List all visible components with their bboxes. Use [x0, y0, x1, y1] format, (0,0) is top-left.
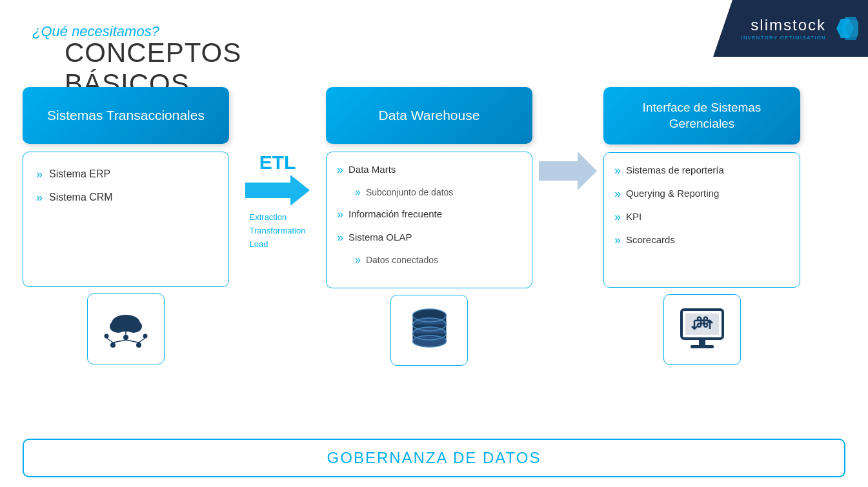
center-column-header: Data Warehouse [326, 87, 532, 144]
sub-item: » Subconjunto de datos [355, 187, 521, 198]
svg-rect-6 [117, 326, 134, 332]
right-column: Interface de Sistemas Gerenciales » Sist… [603, 87, 800, 365]
right-icon-box: ⌘ [663, 294, 741, 365]
svg-marker-29 [539, 152, 597, 190]
svg-point-11 [143, 333, 148, 338]
svg-point-8 [110, 343, 116, 348]
main-layout: Sistemas Transaccionales » Sistema ERP »… [23, 87, 845, 477]
left-column-header: Sistemas Transaccionales [23, 87, 229, 144]
svg-line-15 [106, 338, 113, 343]
list-item: » KPI [614, 211, 789, 224]
bullet-icon: » [614, 164, 621, 177]
etl-subtext: ExtractionTransformationLoad [250, 211, 306, 251]
etl-label-text: ETL [259, 152, 296, 173]
item-text: Datos conectados [366, 255, 438, 265]
etl-arrow-icon [245, 175, 310, 206]
bullet-icon: » [337, 163, 343, 177]
logo-name: slimstock [741, 16, 826, 34]
item-text: Sistemas de reportería [626, 164, 724, 175]
bullet-icon: » [36, 191, 43, 204]
svg-point-10 [105, 333, 109, 338]
center-column-content: » Data Marts » Subconjunto de datos » In… [326, 152, 532, 288]
center-icon-box [390, 295, 468, 366]
sub-item: » Datos conectados [355, 255, 521, 266]
list-item: » Data Marts [337, 164, 521, 177]
svg-line-16 [139, 338, 145, 343]
item-text: Sistema OLAP [348, 232, 412, 243]
list-item: » Sistemas de reportería [614, 164, 789, 177]
logo-diamond-icon [831, 16, 858, 41]
svg-rect-34 [691, 345, 714, 348]
item-text: Subconjunto de datos [366, 187, 453, 197]
item-text: Sistema CRM [49, 192, 113, 203]
list-item: » Sistema OLAP [337, 232, 521, 244]
item-text: Querying & Reporting [626, 188, 719, 199]
database-icon [409, 306, 450, 355]
logo-area: slimstock INVENTORY OPTIMISATION [713, 0, 868, 57]
bullet-icon: » [355, 254, 361, 266]
etl-arrow-group: ETL ExtractionTransformationLoad [245, 152, 310, 251]
right-column-header: Interface de Sistemas Gerenciales [603, 87, 800, 144]
list-item: » Sistema CRM [36, 192, 216, 204]
bullet-icon: » [355, 186, 361, 198]
etl-connector: ETL ExtractionTransformationLoad [229, 87, 326, 251]
bullet-icon: » [614, 187, 621, 201]
right-connector [532, 87, 603, 190]
list-item: » Scorecards [614, 234, 789, 247]
bullet-icon: » [36, 168, 43, 181]
bullet-icon: » [614, 234, 621, 247]
item-text: Scorecards [626, 234, 675, 245]
bottom-bar: GOBERNANZA DE DATOS [23, 439, 845, 477]
right-arrow-icon [539, 152, 597, 190]
left-column: Sistemas Transaccionales » Sistema ERP »… [23, 87, 229, 364]
monitor-usb-icon: ⌘ [676, 306, 728, 353]
item-text: Sistema ERP [49, 168, 110, 180]
bullet-icon: » [614, 210, 621, 224]
svg-line-13 [113, 340, 126, 343]
list-item: » Información frecuente [337, 208, 521, 221]
left-icon-box [87, 293, 165, 364]
list-item: » Sistema ERP [36, 168, 216, 181]
list-item: » Subconjunto de datos [355, 187, 521, 198]
item-text: Data Marts [348, 164, 396, 175]
svg-marker-17 [245, 175, 310, 206]
svg-point-9 [136, 343, 141, 348]
item-text: KPI [626, 211, 641, 222]
logo-tagline: INVENTORY OPTIMISATION [741, 35, 826, 41]
bullet-icon: » [337, 208, 343, 221]
svg-rect-33 [699, 339, 705, 345]
list-item: » Querying & Reporting [614, 188, 789, 201]
etl-label: ETL [259, 152, 296, 174]
center-column: Data Warehouse » Data Marts » Subconjunt… [326, 87, 532, 366]
svg-line-14 [126, 340, 139, 343]
left-column-content: » Sistema ERP » Sistema CRM [23, 152, 229, 287]
item-text: Información frecuente [348, 208, 442, 219]
bullet-icon: » [337, 231, 343, 244]
right-column-content: » Sistemas de reportería » Querying & Re… [603, 152, 800, 288]
cloud-network-icon [100, 305, 152, 353]
list-item: » Datos conectados [355, 255, 521, 266]
svg-point-7 [123, 335, 128, 340]
